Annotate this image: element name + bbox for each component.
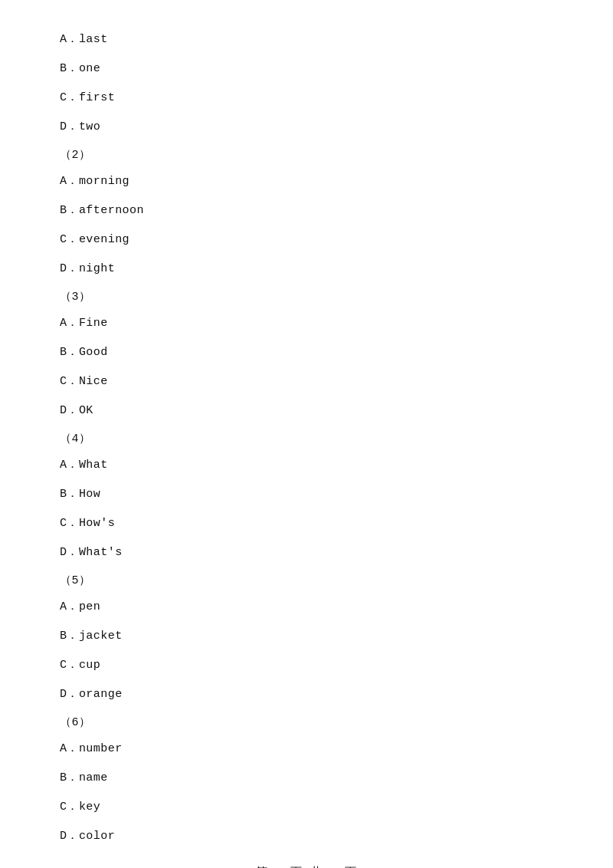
group-label-3: （3） <box>60 289 553 304</box>
option-4-1: A．What <box>60 456 553 475</box>
option-4-3: C．How's <box>60 515 553 533</box>
page-content: A．lastB．oneC．firstD．two（2）A．morningB．aft… <box>0 0 613 868</box>
option-6-1: A．number <box>60 740 553 758</box>
group-label-6: （6） <box>60 715 553 729</box>
group-label-4: （4） <box>60 431 553 446</box>
option-2-2: B．afternoon <box>60 202 553 220</box>
option-2-4: D．night <box>60 260 553 278</box>
page-footer: 第 3 页 共 7 页 <box>0 865 613 868</box>
option-6-2: B．name <box>60 769 553 787</box>
option-1-2: B．one <box>60 60 553 78</box>
option-1-3: C．first <box>60 89 553 107</box>
option-3-4: D．OK <box>60 402 553 420</box>
group-label-2: （2） <box>60 147 553 162</box>
option-6-4: D．color <box>60 827 553 846</box>
option-3-1: A．Fine <box>60 314 553 333</box>
option-2-3: C．evening <box>60 231 553 249</box>
option-5-1: A．pen <box>60 598 553 616</box>
option-6-3: C．key <box>60 798 553 817</box>
option-5-2: B．jacket <box>60 627 553 646</box>
option-1-1: A．last <box>60 31 553 49</box>
option-3-3: C．Nice <box>60 373 553 391</box>
option-1-4: D．two <box>60 118 553 136</box>
option-5-3: C．cup <box>60 656 553 675</box>
option-2-1: A．morning <box>60 173 553 191</box>
option-3-2: B．Good <box>60 344 553 362</box>
group-label-5: （5） <box>60 573 553 587</box>
option-5-4: D．orange <box>60 686 553 704</box>
option-4-2: B．How <box>60 485 553 504</box>
option-4-4: D．What's <box>60 544 553 562</box>
